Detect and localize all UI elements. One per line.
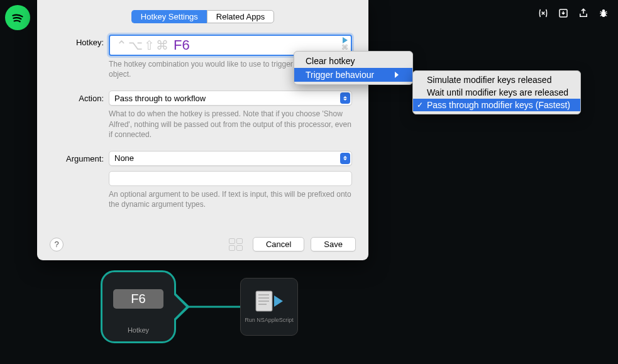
document-icon [255, 290, 273, 312]
hotkey-menu-indicator-icon[interactable]: ⌘ [341, 37, 348, 51]
workflow-node-hotkey[interactable]: F6 Hotkey [101, 270, 176, 343]
menu-item-clear-hotkey[interactable]: Clear hotkey [294, 54, 412, 68]
spotify-app-icon[interactable] [5, 5, 30, 30]
menu-item-trigger-behaviour[interactable]: Trigger behaviour [294, 68, 412, 82]
hotkey-key-display: F6 [174, 37, 190, 53]
tab-hotkey-settings[interactable]: Hotkey Settings [131, 10, 207, 23]
modifier-glyphs: ⌃⌥⇧⌘ [116, 38, 170, 53]
action-select[interactable]: Pass through to workflow [109, 91, 352, 106]
argument-text-input[interactable] [109, 171, 352, 186]
node-connector [187, 306, 241, 308]
menu-item-label: Pass through modifier keys (Fastest) [427, 100, 570, 110]
grid-icon[interactable] [229, 238, 243, 251]
action-select-value: Pass through to workflow [114, 94, 206, 103]
sheet-footer: ? Cancel Save [37, 237, 368, 251]
node-label: Hotkey [128, 326, 149, 334]
menu-item-label: Simulate modifier keys released [427, 75, 551, 85]
hotkey-settings-sheet: Hotkey Settings Related Apps Hotkey: ⌃⌥⇧… [37, 0, 368, 260]
hotkey-label: Hotkey: [53, 35, 104, 47]
submenu-item-simulate[interactable]: Simulate modifier keys released [413, 74, 580, 86]
submenu-item-wait[interactable]: Wait until modifier keys are released [413, 86, 580, 99]
workflow-canvas[interactable]: F6 Hotkey Run NSAppleScript [101, 270, 298, 343]
save-button[interactable]: Save [311, 237, 356, 251]
argument-help-text: An optional argument to be used. If text… [109, 189, 352, 209]
hotkey-context-menu: Clear hotkey Trigger behaviour [294, 51, 413, 85]
workflow-node-script[interactable]: Run NSAppleScript [240, 278, 298, 336]
share-icon[interactable] [578, 8, 589, 19]
stepper-icon [340, 153, 350, 164]
settings-tabs: Hotkey Settings Related Apps [37, 10, 368, 23]
menubar [538, 8, 609, 19]
tab-related-apps[interactable]: Related Apps [207, 10, 274, 23]
submenu-item-passthrough[interactable]: Pass through modifier keys (Fastest) [413, 99, 580, 111]
node-label: Run NSAppleScript [245, 317, 294, 323]
help-button[interactable]: ? [50, 238, 63, 251]
argument-select-value: None [114, 153, 134, 163]
action-help-text: What to do when the hotkey is pressed. N… [109, 109, 352, 140]
cancel-button[interactable]: Cancel [253, 237, 304, 251]
variables-icon[interactable] [538, 8, 549, 19]
svg-marker-8 [274, 295, 283, 307]
submenu-arrow-icon [395, 72, 399, 78]
debug-icon[interactable] [598, 8, 609, 19]
download-icon[interactable] [558, 8, 569, 19]
argument-label: Argument: [53, 151, 104, 163]
play-icon [274, 295, 283, 307]
menu-item-label: Clear hotkey [306, 56, 355, 66]
hotkey-keycap: F6 [113, 289, 163, 309]
stepper-icon [340, 92, 350, 104]
action-label: Action: [53, 91, 104, 103]
svg-point-2 [602, 9, 605, 13]
menu-item-label: Wait until modifier keys are released [427, 87, 568, 97]
argument-select[interactable]: None [109, 151, 352, 166]
menu-item-label: Trigger behaviour [306, 70, 374, 80]
trigger-behaviour-submenu: Simulate modifier keys released Wait unt… [412, 70, 581, 114]
